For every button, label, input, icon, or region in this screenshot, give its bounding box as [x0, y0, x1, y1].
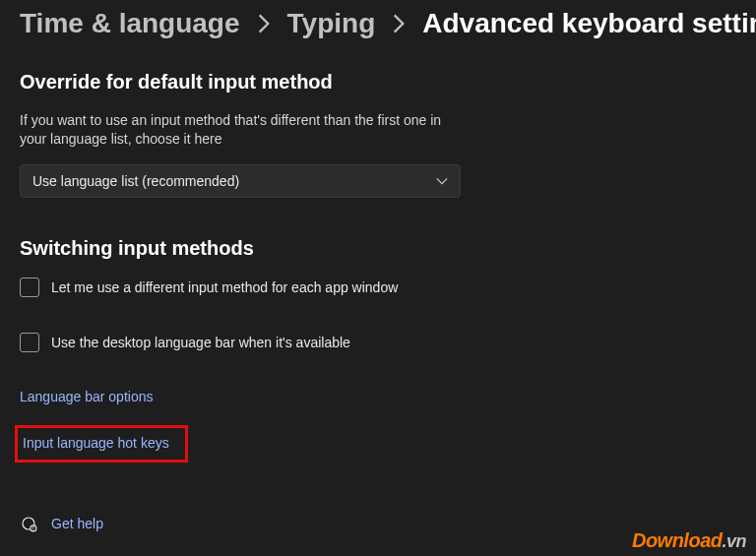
override-description: If you want to use an input method that'… — [20, 111, 453, 149]
help-icon — [20, 515, 37, 532]
switching-section: Switching input methods Let me use a dif… — [20, 237, 736, 463]
chevron-right-icon — [393, 14, 405, 33]
input-language-hot-keys-link[interactable]: Input language hot keys — [18, 435, 169, 451]
checkbox-icon — [20, 278, 39, 297]
chevron-right-icon — [258, 14, 270, 33]
watermark: Download.vn — [632, 529, 746, 552]
breadcrumb-typing[interactable]: Typing — [287, 8, 376, 39]
checkbox-icon — [20, 333, 39, 352]
chevron-down-icon — [436, 175, 448, 187]
hotkeys-highlight-box: Input language hot keys — [15, 425, 188, 463]
svg-point-2 — [32, 529, 33, 530]
language-bar-options-row: Language bar options — [20, 388, 736, 405]
get-help-label: Get help — [51, 516, 103, 531]
checkbox-per-app-window[interactable]: Let me use a different input method for … — [20, 278, 736, 297]
default-input-method-dropdown[interactable]: Use language list (recommended) — [20, 164, 461, 198]
override-section: Override for default input method If you… — [20, 71, 736, 198]
watermark-part2: .vn — [722, 531, 746, 551]
checkbox-desktop-language-bar[interactable]: Use the desktop language bar when it's a… — [20, 333, 736, 352]
override-heading: Override for default input method — [20, 71, 736, 93]
watermark-part1: Download — [632, 529, 723, 551]
switching-heading: Switching input methods — [20, 237, 736, 260]
get-help-link[interactable]: Get help — [20, 515, 103, 532]
language-bar-options-link[interactable]: Language bar options — [20, 389, 153, 404]
checkbox-desktop-language-bar-label: Use the desktop language bar when it's a… — [51, 335, 350, 350]
checkbox-per-app-window-label: Let me use a different input method for … — [51, 279, 398, 295]
breadcrumb: Time & language Typing Advanced keyboard… — [20, 8, 736, 39]
breadcrumb-current: Advanced keyboard settings — [422, 8, 756, 39]
dropdown-selected-value: Use language list (recommended) — [32, 173, 239, 189]
breadcrumb-time-language[interactable]: Time & language — [20, 8, 240, 39]
